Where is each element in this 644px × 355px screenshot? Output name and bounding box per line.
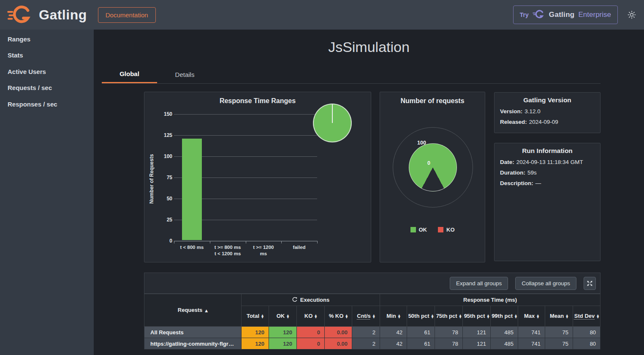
column-header-95th[interactable]: 95th pct▲▼ xyxy=(463,306,491,327)
released-label: Released: xyxy=(500,119,527,125)
released-value: 2024-09-09 xyxy=(529,119,558,125)
column-header-99th[interactable]: 99th pct▲▼ xyxy=(491,306,518,327)
column-header-mean[interactable]: Mean▲▼ xyxy=(545,306,573,327)
sidebar-item-ranges[interactable]: Ranges xyxy=(0,31,94,47)
column-header-min[interactable]: Min▲▼ xyxy=(380,306,407,327)
cnt-s-cell: 2 xyxy=(352,327,380,338)
x-tick xyxy=(281,241,282,243)
p95-cell: 121 xyxy=(463,327,491,338)
version-row: Version:3.12.0 xyxy=(500,108,600,115)
p99-label: 99th pct xyxy=(492,313,513,319)
ranges-distribution-pie xyxy=(313,104,352,142)
sort-icon: ▲▼ xyxy=(487,314,489,319)
collapse-all-groups-button[interactable]: Collapse all groups xyxy=(515,277,576,290)
legend-ko-label: KO xyxy=(446,227,455,233)
x-tick xyxy=(246,241,246,243)
response-time-ranges-panel: Response Time Ranges Number of Requests … xyxy=(144,92,371,262)
table-row-all-requests[interactable]: All Requests 120 120 0 0.00 2 42 61 78 1… xyxy=(144,327,601,338)
gatling-logo[interactable]: Gatling xyxy=(7,4,87,25)
column-header-ko[interactable]: KO▲▼ xyxy=(297,306,325,327)
column-header-pct-ko[interactable]: % KO▲▼ xyxy=(325,306,352,327)
legend-ok: OK xyxy=(410,227,427,233)
column-header-ok[interactable]: OK▲▼ xyxy=(269,306,297,327)
response-time-header-label: Response Time (ms) xyxy=(463,297,517,303)
max-label: Max xyxy=(524,313,535,319)
requests-pie xyxy=(409,143,457,191)
column-header-requests[interactable]: Requests▲ xyxy=(144,294,242,327)
p75-label: 75th pct xyxy=(436,313,457,319)
bar-t-lt-800 xyxy=(182,139,202,240)
main-content: JsSimulation Global Details Response Tim… xyxy=(94,30,644,355)
sidebar-item-responses-sec[interactable]: Responses / sec xyxy=(0,96,94,112)
duration-row: Duration:59s xyxy=(500,169,600,176)
y-tick: 100 xyxy=(156,153,172,159)
column-header-total[interactable]: Total▲▼ xyxy=(242,306,269,327)
sort-icon: ▲▼ xyxy=(315,314,317,319)
navbar-right: Try Gatling Enterprise xyxy=(513,5,636,24)
enterprise-try-label: Try xyxy=(520,11,529,18)
total-cell: 120 xyxy=(242,338,269,350)
documentation-button[interactable]: Documentation xyxy=(98,7,156,23)
sort-icon: ▲▼ xyxy=(537,314,539,319)
ko-cell: 0 xyxy=(297,338,325,350)
try-enterprise-button[interactable]: Try Gatling Enterprise xyxy=(513,5,618,24)
x-category: t < 800 ms xyxy=(174,244,210,257)
sort-icon: ▲▼ xyxy=(261,314,264,319)
cnt-s-label: Cnt/s xyxy=(357,313,371,319)
sidebar-item-stats[interactable]: Stats xyxy=(0,47,94,64)
executions-refresh-icon xyxy=(292,297,298,303)
version-value: 3.12.0 xyxy=(524,108,541,115)
panel-title: Run Information xyxy=(495,147,600,155)
sort-icon: ▲▼ xyxy=(345,314,348,319)
sidebar-item-active-users[interactable]: Active Users xyxy=(0,63,94,80)
column-header-50th[interactable]: 50th pct▲▼ xyxy=(407,306,435,327)
enterprise-logo-icon xyxy=(533,9,545,20)
group-header-response-time: Response Time (ms) xyxy=(380,294,601,306)
expand-all-groups-button[interactable]: Expand all groups xyxy=(450,277,508,290)
number-of-requests-panel: Number of requests 100 0 OK KO xyxy=(380,92,485,262)
panel-title: Gatling Version xyxy=(495,96,600,104)
ok-cell: 120 xyxy=(269,327,297,338)
x-tick xyxy=(174,241,174,243)
requests-stats-table: Requests▲ Executions Response Time (ms) … xyxy=(144,294,601,350)
table-row-request-url[interactable]: https://gatling-community-flgr3t... 120 … xyxy=(144,338,601,350)
x-tick xyxy=(317,241,318,243)
enterprise-brand-label: Gatling xyxy=(549,11,575,19)
sidebar-item-requests-sec[interactable]: Requests / sec xyxy=(0,80,94,96)
description-label: Description: xyxy=(500,180,533,186)
column-header-75th[interactable]: 75th pct▲▼ xyxy=(435,306,463,327)
p75-cell: 78 xyxy=(435,338,463,350)
column-header-cnt-s[interactable]: Cnt/s▲▼ xyxy=(352,306,380,327)
stats-toolbar: Expand all groups Collapse all groups xyxy=(144,273,601,294)
requests-header-label: Requests xyxy=(178,307,203,313)
std-dev-cell: 80 xyxy=(573,327,601,338)
date-row: Date:2024-09-13 11:18:34 GMT xyxy=(500,159,600,165)
run-information-panel: Run Information Date:2024-09-13 11:18:34… xyxy=(494,143,601,261)
y-tick: 150 xyxy=(156,111,172,117)
mean-cell: 75 xyxy=(545,327,573,338)
p50-label: 50th pct xyxy=(408,313,429,319)
column-header-max[interactable]: Max▲▼ xyxy=(518,306,545,327)
sort-icon: ▲▼ xyxy=(398,314,400,319)
ok-swatch-icon xyxy=(410,227,416,232)
pie-legend: OK KO xyxy=(380,227,485,233)
request-name-cell: All Requests xyxy=(144,327,242,338)
total-cell: 120 xyxy=(242,327,269,338)
theme-toggle-sun-icon[interactable] xyxy=(627,10,636,19)
p95-cell: 121 xyxy=(463,338,491,350)
tab-bar: Global Details xyxy=(102,66,212,83)
fullscreen-button[interactable] xyxy=(584,277,596,290)
tab-global[interactable]: Global xyxy=(102,66,157,83)
chart-title: Number of requests xyxy=(380,97,485,105)
column-header-std-dev[interactable]: Std Dev▲▼ xyxy=(573,306,601,327)
navbar: Gatling Documentation Try Gatling Enterp… xyxy=(0,0,644,30)
ko-cell: 0 xyxy=(297,327,325,338)
max-cell: 741 xyxy=(518,327,545,338)
p99-cell: 485 xyxy=(491,338,518,350)
p50-cell: 61 xyxy=(407,338,435,350)
ko-swatch-icon xyxy=(438,227,443,232)
pct-ko-cell: 0.00 xyxy=(325,327,352,338)
tab-details[interactable]: Details xyxy=(157,66,212,83)
std-dev-label: Std Dev xyxy=(574,313,595,319)
stats-section: Expand all groups Collapse all groups xyxy=(144,273,601,350)
